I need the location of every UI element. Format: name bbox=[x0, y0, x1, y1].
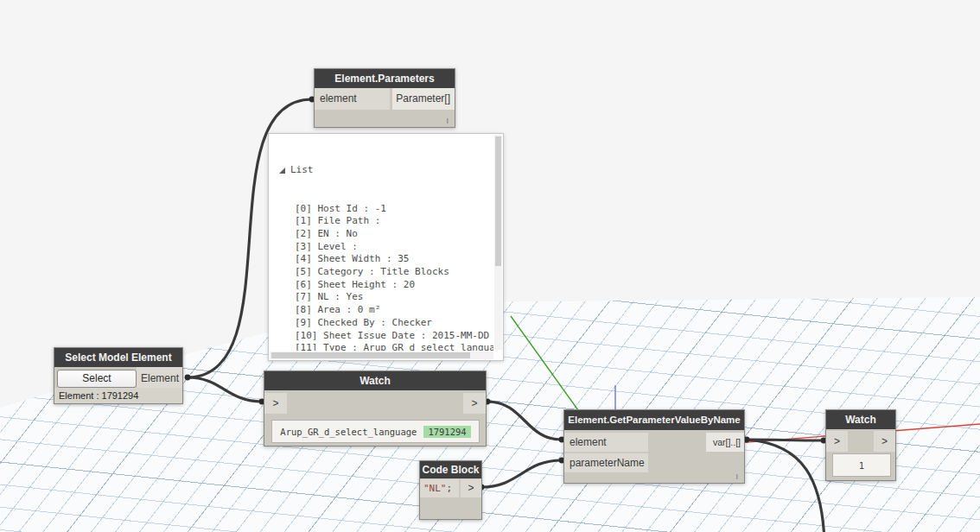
port-dot bbox=[185, 375, 191, 381]
dynamo-workspace: Element.Parameters element Parameter[] I… bbox=[0, 0, 980, 532]
scrollbar-thumb[interactable] bbox=[271, 352, 470, 358]
list-item: [9] Checked By : Checker bbox=[279, 317, 493, 330]
input-port[interactable]: > bbox=[264, 393, 287, 414]
list-item: [6] Sheet Height : 20 bbox=[279, 279, 493, 292]
node-preview-bubble[interactable]: List [0] Host Id : -1[1] File Path :[2] … bbox=[268, 133, 504, 361]
collapse-triangle-icon[interactable] bbox=[279, 168, 285, 174]
node-watch-center[interactable]: Watch > > Arup_GR_d_select_language 1791… bbox=[264, 370, 487, 446]
node-get-parameter-value-by-name[interactable]: Element.GetParameterValueByName element … bbox=[563, 409, 745, 484]
output-port-element[interactable]: Element bbox=[137, 367, 182, 390]
code-semicolon: ; bbox=[447, 483, 453, 494]
lacing-indicator[interactable]: I bbox=[446, 117, 449, 125]
wire-watch-to-getparam-element[interactable] bbox=[487, 402, 562, 440]
preview-list: List [0] Host Id : -1[1] File Path :[2] … bbox=[269, 134, 493, 351]
list-item: [8] Area : 0 m² bbox=[279, 304, 493, 317]
node-code-block[interactable]: Code Block "NL"; > bbox=[419, 460, 482, 520]
list-item: [10] Sheet Issue Date : 2015-MM-DD bbox=[279, 330, 493, 343]
output-port-var[interactable]: var[]..[] bbox=[706, 433, 744, 452]
list-item: [3] Level : bbox=[279, 241, 493, 254]
output-port[interactable]: > bbox=[874, 431, 895, 452]
node-title[interactable]: Element.GetParameterValueByName bbox=[564, 410, 744, 430]
list-item: [11] Type : Arup_GR_d_select_languag bbox=[279, 342, 493, 351]
node-title[interactable]: Code Block bbox=[420, 461, 481, 478]
input-port-parametername[interactable]: parameterName bbox=[564, 453, 648, 472]
node-select-model-element[interactable]: Select Model Element Select Element Elem… bbox=[54, 347, 183, 404]
list-item: [7] NL : Yes bbox=[279, 291, 493, 304]
wire-select-to-watch[interactable] bbox=[188, 377, 262, 402]
list-root-label: List bbox=[290, 164, 314, 177]
code-string-literal: "NL" bbox=[423, 483, 447, 494]
input-port-element[interactable]: element bbox=[564, 433, 648, 452]
output-port[interactable]: > bbox=[461, 479, 481, 497]
watch-value-text: Arup_GR_d_select_language bbox=[280, 427, 417, 437]
list-tree-root[interactable]: List bbox=[279, 164, 493, 177]
scrollbar-thumb[interactable] bbox=[495, 136, 501, 266]
watch-value-text: 1 bbox=[859, 460, 864, 471]
select-button[interactable]: Select bbox=[57, 370, 137, 388]
node-title[interactable]: Watch bbox=[826, 410, 895, 429]
node-title[interactable]: Element.Parameters bbox=[315, 69, 455, 88]
output-port-parameters[interactable]: Parameter[] bbox=[392, 88, 455, 110]
node-title[interactable]: Watch bbox=[264, 371, 486, 390]
node-watch-right[interactable]: Watch > > 1 bbox=[825, 409, 896, 481]
node-element-parameters[interactable]: Element.Parameters element Parameter[] I bbox=[314, 68, 455, 128]
wire-getparam-to-offscreen[interactable] bbox=[747, 440, 824, 532]
input-port[interactable]: > bbox=[826, 431, 848, 452]
element-id-badge: 1791294 bbox=[423, 426, 470, 438]
watch-value-display: Arup_GR_d_select_language 1791294 bbox=[271, 420, 480, 443]
wire-codeblock-to-parametername[interactable] bbox=[481, 460, 562, 487]
watch-value-display: 1 bbox=[832, 453, 891, 477]
list-item: [2] EN : No bbox=[279, 228, 493, 241]
horizontal-scrollbar[interactable] bbox=[270, 352, 493, 359]
list-items: [0] Host Id : -1[1] File Path :[2] EN : … bbox=[279, 203, 493, 351]
list-item: [4] Sheet Width : 35 bbox=[279, 253, 493, 266]
output-port[interactable]: > bbox=[463, 393, 486, 414]
code-block-editor[interactable]: "NL"; bbox=[420, 479, 459, 497]
list-item: [1] File Path : bbox=[279, 215, 493, 228]
vertical-scrollbar[interactable] bbox=[494, 135, 502, 350]
node-title[interactable]: Select Model Element bbox=[54, 348, 182, 367]
list-item: [0] Host Id : -1 bbox=[279, 203, 493, 216]
list-item: [5] Category : Title Blocks bbox=[279, 266, 493, 279]
input-port-element[interactable]: element bbox=[315, 88, 390, 110]
selected-element-status: Element : 1791294 bbox=[54, 388, 182, 403]
lacing-indicator[interactable]: I bbox=[735, 472, 738, 481]
